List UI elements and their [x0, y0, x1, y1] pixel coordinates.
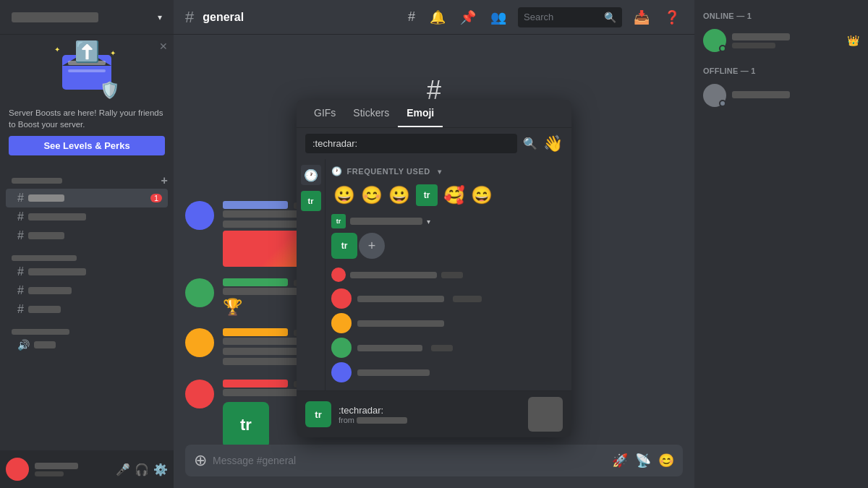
picker-preview: tr :techradar: from [297, 390, 571, 437]
message-author [223, 328, 288, 336]
online-status-dot [719, 45, 726, 52]
emoji-picker: GIFs Stickers Emoji 🔍 👋 🕐 tr [297, 100, 571, 437]
emoji-name [357, 296, 444, 302]
message-input-area: ⊕ Message #general 🚀 📡 😊 [174, 445, 694, 488]
message-input-box: ⊕ Message #general 🚀 📡 😊 [185, 445, 683, 476]
server-header[interactable]: ▾ [0, 0, 174, 35]
preview-info: :techradar: from [339, 405, 521, 424]
channel-name [28, 287, 72, 294]
emoji-item[interactable]: 😄 [469, 182, 495, 208]
bell-icon[interactable]: 🔔 [427, 7, 448, 28]
username [35, 463, 78, 469]
channel-name [28, 194, 64, 202]
boost-art: ⬆️ 🛡️ ✦ ✦ [9, 43, 165, 101]
list-item[interactable] [331, 311, 566, 335]
channel-item-7[interactable]: 🔊 [6, 336, 168, 354]
pin-icon[interactable]: 📌 [457, 7, 479, 28]
gif-icon[interactable]: 📡 [635, 453, 651, 468]
mute-icon[interactable]: 🎤 [116, 463, 130, 476]
settings-icon[interactable]: ⚙️ [153, 463, 168, 476]
clock-nav-icon[interactable]: 🕐 [301, 165, 321, 185]
see-levels-perks-button[interactable]: See Levels & Perks [9, 136, 165, 155]
channel-item-6[interactable]: # [6, 300, 168, 319]
channel-header: # general # 🔔 📌 👥 Search 🔍 📥 ❓ [174, 0, 694, 35]
user-discriminator [35, 471, 64, 476]
emoji-section-extra [331, 267, 566, 385]
member-item[interactable]: 👑 [703, 26, 859, 55]
inbox-icon[interactable]: 📥 [631, 7, 652, 28]
emoji-avatar [331, 288, 352, 309]
tr-emoji[interactable]: tr [331, 233, 357, 259]
online-members-header: ONLINE — 1 [703, 12, 859, 20]
emoji-avatar [331, 362, 352, 382]
hash-icon: # [17, 303, 24, 316]
gift-icon[interactable]: 🚀 [612, 453, 628, 468]
list-item[interactable] [331, 286, 566, 311]
hash-icon: # [17, 210, 24, 223]
list-item[interactable] [331, 335, 566, 360]
search-bar[interactable]: Search 🔍 [518, 7, 622, 27]
avatar [185, 201, 214, 230]
emoji-item[interactable]: tr [414, 182, 440, 208]
channel-item-3[interactable]: # [6, 226, 168, 245]
hash-icon: # [17, 192, 24, 205]
hashtag-header-icon[interactable]: # [405, 7, 418, 27]
emoji-name [357, 345, 422, 351]
channel-name [34, 341, 56, 348]
freq-used-label: FREQUENTLY USED [347, 167, 430, 176]
emoji-item[interactable]: 😀 [331, 182, 357, 208]
tr-nav-icon[interactable]: tr [301, 191, 321, 211]
channel-item-5[interactable]: # [6, 281, 168, 300]
channel-item-general[interactable]: # 1 [6, 189, 168, 207]
picker-tabs: GIFs Stickers Emoji [297, 100, 571, 128]
list-item[interactable] [331, 360, 566, 385]
members-icon[interactable]: 👥 [488, 7, 509, 28]
user-area: 🎤 🎧 ⚙️ [0, 450, 174, 488]
message-input-placeholder[interactable]: Message #general [213, 455, 606, 466]
channel-item-2[interactable]: # [6, 207, 168, 226]
add-attachment-button[interactable]: ⊕ [194, 451, 207, 470]
preview-big-image [528, 397, 563, 432]
emoji-item[interactable]: 🥰 [441, 182, 467, 208]
custom-emoji-row: tr + [331, 233, 566, 259]
hash-icon: # [17, 229, 24, 242]
add-emoji-button[interactable]: + [359, 233, 385, 259]
offline-members-header: OFFLINE — 1 [703, 67, 859, 75]
emoji-item[interactable]: 😀 [386, 182, 412, 208]
hash-icon: # [17, 265, 24, 278]
tab-gifs[interactable]: GIFs [305, 100, 344, 127]
message-author [223, 201, 288, 209]
member-name [732, 91, 790, 98]
tab-emoji[interactable]: Emoji [398, 100, 443, 127]
channel-name [28, 306, 61, 313]
chevron-down-icon: ▾ [427, 218, 430, 226]
emoji-search-input[interactable] [305, 134, 517, 153]
wave-emoji[interactable]: 👋 [543, 134, 563, 153]
preview-server-name [357, 417, 407, 424]
channel-category-3 [0, 325, 174, 336]
custom-section-icon: tr [331, 214, 346, 228]
picker-content: 🕐 FREQUENTLY USED ▾ 😀 😊 😀 tr 🥰 😄 [326, 159, 571, 390]
emoji-input-icon[interactable]: 😊 [658, 453, 674, 468]
channel-header-name: general [203, 11, 244, 24]
server-icon-small [331, 267, 346, 282]
member-item[interactable] [703, 81, 859, 110]
avatar [185, 328, 214, 357]
emoji-list-rows [331, 286, 566, 385]
custom-emoji-large: tr [223, 402, 269, 445]
help-icon[interactable]: ❓ [661, 7, 683, 28]
search-icon: 🔍 [604, 12, 616, 23]
preview-from: from [339, 416, 521, 424]
emoji-item[interactable]: 😊 [359, 182, 385, 208]
member-info [732, 33, 841, 48]
custom-section-name [350, 218, 422, 225]
frequently-used-header: 🕐 FREQUENTLY USED ▾ [331, 165, 566, 178]
picker-search-area: 🔍 👋 [297, 128, 571, 159]
emoji-name [357, 369, 430, 376]
channel-category-2 [0, 251, 174, 262]
channel-item-4[interactable]: # [6, 262, 168, 281]
emoji-row: 😀 😊 😀 tr 🥰 😄 [331, 182, 566, 208]
deafen-icon[interactable]: 🎧 [135, 463, 149, 476]
tab-stickers[interactable]: Stickers [344, 100, 398, 127]
search-placeholder: Search [524, 12, 600, 22]
